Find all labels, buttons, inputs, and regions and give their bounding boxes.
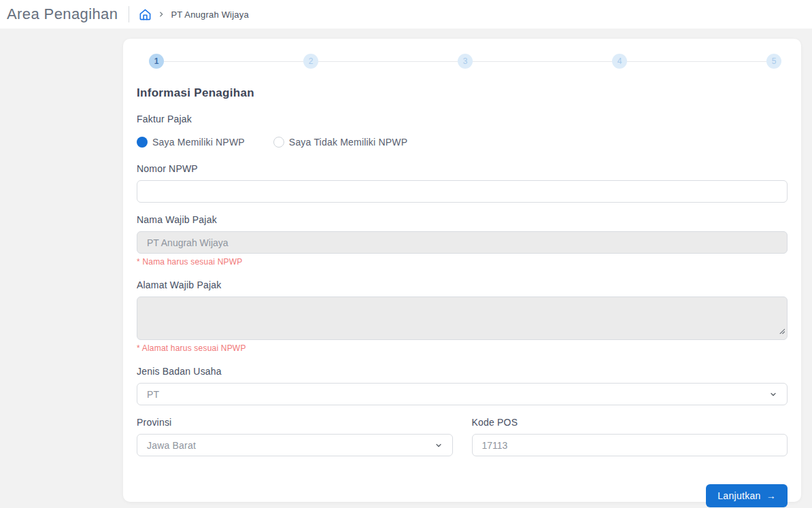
top-header: Area Penagihan PT Anugrah Wijaya [0, 0, 812, 29]
provinsi-kodepos-row: Provinsi Jawa Barat Kode POS [137, 417, 788, 456]
main-area: 1 2 3 4 5 Informasi Penagihan Faktur Paj… [0, 29, 812, 508]
stepper: 1 2 3 4 5 [137, 54, 788, 69]
step-2: 2 [303, 54, 318, 69]
alamat-wajib-pajak-textarea [137, 297, 788, 340]
jenis-badan-usaha-label: Jenis Badan Usaha [137, 366, 788, 377]
step-connector [164, 61, 303, 62]
step-3: 3 [458, 54, 473, 69]
home-icon[interactable] [139, 8, 152, 21]
radio-saya-memiliki-npwp[interactable]: Saya Memiliki NPWP [137, 137, 245, 148]
chevron-right-icon [158, 11, 165, 18]
radio-label: Saya Memiliki NPWP [152, 137, 245, 148]
provinsi-column: Provinsi Jawa Barat [137, 417, 453, 456]
step-connector [473, 61, 612, 62]
lanjutkan-button[interactable]: Lanjutkan → [706, 484, 788, 507]
chevron-down-icon [769, 390, 777, 399]
step-connector [627, 61, 766, 62]
nama-wajib-pajak-label: Nama Wajib Pajak [137, 214, 788, 225]
page-title: Area Penagihan [7, 5, 118, 23]
kode-pos-input[interactable] [472, 434, 788, 456]
billing-form-card: 1 2 3 4 5 Informasi Penagihan Faktur Paj… [123, 39, 801, 502]
alamat-validation-note: * Alamat harus sesuai NPWP [137, 343, 788, 353]
arrow-right-icon: → [766, 490, 776, 501]
select-value: PT [147, 389, 159, 400]
breadcrumb: PT Anugrah Wijaya [139, 8, 248, 21]
radio-label: Saya Tidak Memiliki NPWP [289, 137, 407, 148]
chevron-down-icon [435, 441, 443, 450]
kode-pos-label: Kode POS [472, 417, 788, 428]
section-title: Informasi Penagihan [137, 86, 788, 100]
resize-grip-icon [779, 324, 785, 337]
provinsi-label: Provinsi [137, 417, 453, 428]
nama-wajib-pajak-input [137, 231, 788, 254]
header-divider [129, 6, 129, 22]
select-value: Jawa Barat [147, 440, 196, 451]
radio-unselected-icon[interactable] [273, 137, 284, 148]
step-5: 5 [766, 54, 781, 69]
kode-pos-column: Kode POS [472, 417, 788, 456]
faktur-pajak-label: Faktur Pajak [137, 114, 788, 124]
provinsi-select[interactable]: Jawa Barat [137, 434, 453, 456]
nomor-npwp-label: Nomor NPWP [137, 163, 788, 174]
lanjutkan-label: Lanjutkan [717, 490, 760, 501]
radio-selected-icon[interactable] [137, 137, 148, 148]
submit-row: Lanjutkan → [137, 484, 788, 507]
radio-saya-tidak-memiliki-npwp[interactable]: Saya Tidak Memiliki NPWP [273, 137, 407, 148]
step-1: 1 [149, 54, 164, 69]
faktur-pajak-options: Saya Memiliki NPWP Saya Tidak Memiliki N… [137, 137, 788, 148]
step-connector [318, 61, 458, 62]
breadcrumb-current: PT Anugrah Wijaya [171, 10, 248, 20]
nomor-npwp-input[interactable] [137, 180, 788, 203]
step-4: 4 [612, 54, 627, 69]
alamat-wajib-pajak-label: Alamat Wajib Pajak [137, 280, 788, 290]
alamat-textarea-wrap [137, 297, 788, 340]
nama-validation-note: * Nama harus sesuai NPWP [137, 257, 788, 267]
jenis-badan-usaha-select[interactable]: PT [137, 383, 788, 405]
